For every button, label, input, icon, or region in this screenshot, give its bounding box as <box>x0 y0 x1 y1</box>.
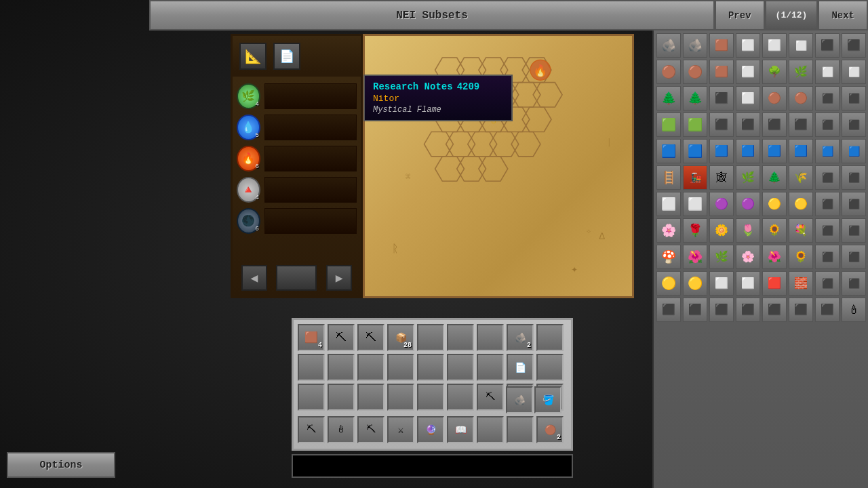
inv-slot[interactable]: ⛏ <box>477 384 504 411</box>
nei-item[interactable]: 🍄 <box>656 245 681 269</box>
inv-slot[interactable] <box>477 354 504 381</box>
inv-slot[interactable] <box>298 384 325 411</box>
inv-slot[interactable] <box>298 354 325 381</box>
nei-item[interactable]: 🟥 <box>762 271 787 296</box>
nei-item[interactable]: ⬜ <box>815 60 840 84</box>
hotbar-slot[interactable]: ⛏ <box>357 416 384 443</box>
search-input[interactable] <box>298 461 566 471</box>
inv-slot[interactable] <box>417 384 444 411</box>
nei-item[interactable]: 🟦 <box>842 139 866 163</box>
hotbar-slot[interactable]: ⚔ <box>387 416 414 443</box>
book-slot[interactable]: 📐 <box>239 43 267 70</box>
nei-item[interactable]: ⬛ <box>842 165 866 190</box>
inv-slot[interactable] <box>536 354 564 381</box>
nei-item[interactable]: 🟩 <box>683 113 707 137</box>
nei-item[interactable]: ⬛ <box>815 218 840 243</box>
nei-item[interactable]: 🟣 <box>736 192 760 216</box>
nei-item[interactable]: 🌿 <box>789 60 813 84</box>
inv-slot[interactable] <box>536 324 564 351</box>
nei-item[interactable]: 🟤 <box>789 86 813 110</box>
nei-item[interactable]: ⬛ <box>709 86 734 110</box>
nei-item[interactable]: ⬛ <box>683 298 707 322</box>
nei-item[interactable]: ⬜ <box>762 33 787 58</box>
nei-item[interactable]: 🟦 <box>762 139 787 163</box>
nei-item[interactable]: ⬜ <box>736 60 760 84</box>
options-button[interactable]: Options <box>7 452 115 478</box>
nei-item[interactable]: 🟡 <box>762 192 787 216</box>
nei-item[interactable]: ⬛ <box>842 271 866 296</box>
prev-button[interactable]: Prev <box>715 0 765 30</box>
nei-item[interactable]: ⬛ <box>789 298 813 322</box>
inv-slot[interactable]: ⛏ <box>357 324 384 351</box>
nei-item[interactable]: ⬛ <box>815 245 840 269</box>
nei-item[interactable]: 🟦 <box>683 139 707 163</box>
inv-slot[interactable] <box>477 324 504 351</box>
inv-slot[interactable] <box>447 324 474 351</box>
next-button[interactable]: Next <box>818 0 868 30</box>
nei-item[interactable]: 🟫 <box>709 60 734 84</box>
hotbar-slot[interactable]: 🕯 <box>328 416 355 443</box>
nei-item[interactable]: 🪜 <box>656 165 681 190</box>
tc-next-arrow[interactable]: ▶ <box>326 265 352 291</box>
nei-item[interactable]: 🪨 <box>656 33 681 58</box>
nei-subsets-label[interactable]: NEI Subsets <box>149 0 715 30</box>
nei-item[interactable]: 🌻 <box>789 245 813 269</box>
nei-item[interactable]: 💐 <box>789 218 813 243</box>
nei-item[interactable]: 🌲 <box>683 86 707 110</box>
nei-item[interactable]: ⬜ <box>683 192 707 216</box>
nei-item[interactable]: ⬛ <box>842 113 866 137</box>
nei-item[interactable]: 🕯 <box>842 298 866 322</box>
nei-item[interactable]: ⬜ <box>842 60 866 84</box>
inv-slot[interactable]: 📄 <box>507 354 534 381</box>
hotbar-slot[interactable]: 🔮 <box>417 416 444 443</box>
nei-item[interactable]: 🌺 <box>762 245 787 269</box>
nei-item[interactable]: 🟡 <box>656 271 681 296</box>
nei-item[interactable]: 🚂 <box>683 165 707 190</box>
inv-slot[interactable] <box>387 354 414 381</box>
nei-item[interactable]: 🟤 <box>656 60 681 84</box>
nei-item[interactable]: 🟫 <box>709 33 734 58</box>
nei-item[interactable]: ⬛ <box>842 192 866 216</box>
aspect-terra-icon[interactable]: 🔺4 <box>237 177 260 203</box>
hotbar-slot[interactable] <box>477 416 504 443</box>
nei-item[interactable]: 🌿 <box>736 165 760 190</box>
nei-item[interactable]: 🌼 <box>709 218 734 243</box>
nei-item[interactable]: 🟦 <box>815 139 840 163</box>
inv-slot[interactable] <box>417 354 444 381</box>
nei-item[interactable]: ⬛ <box>815 86 840 110</box>
nei-item[interactable]: ⬛ <box>815 165 840 190</box>
nei-item[interactable]: 🌸 <box>736 245 760 269</box>
nei-item[interactable]: ⬜ <box>736 86 760 110</box>
nei-item[interactable]: 🌳 <box>762 60 787 84</box>
hotbar-slot[interactable]: 📖 <box>447 416 474 443</box>
nei-item[interactable]: 🟤 <box>762 86 787 110</box>
nei-item[interactable]: ⬛ <box>656 298 681 322</box>
nei-item[interactable]: 🌾 <box>789 165 813 190</box>
inv-slot[interactable]: ⛏ <box>328 324 355 351</box>
nei-item[interactable]: 🌷 <box>736 218 760 243</box>
nei-item[interactable]: ⬛ <box>842 33 866 58</box>
nei-item[interactable]: ⬛ <box>762 298 787 322</box>
nei-item[interactable]: 🟣 <box>709 192 734 216</box>
inv-slot[interactable] <box>417 324 444 351</box>
nei-item[interactable]: 🟦 <box>709 139 734 163</box>
aspect-aqua-icon[interactable]: 💧5 <box>237 115 260 140</box>
hotbar-slot[interactable]: ⛏ <box>298 416 325 443</box>
nei-item[interactable]: 🟦 <box>789 139 813 163</box>
nei-item[interactable]: ⬛ <box>789 113 813 137</box>
nei-item[interactable]: 🌹 <box>683 218 707 243</box>
nei-item[interactable]: ⬛ <box>815 33 840 58</box>
inv-slot-bucket[interactable]: 🪣 <box>534 386 561 413</box>
tc-prev-arrow[interactable]: ◀ <box>241 265 267 291</box>
inv-slot[interactable] <box>447 384 474 411</box>
nei-item[interactable]: ⬛ <box>842 218 866 243</box>
nei-item[interactable]: ⬜ <box>736 33 760 58</box>
nei-item[interactable]: ⬛ <box>842 245 866 269</box>
aspect-ignis-icon[interactable]: 🔥6 <box>237 146 260 171</box>
nei-item[interactable]: 🌺 <box>683 245 707 269</box>
nei-item[interactable]: 🟩 <box>656 113 681 137</box>
nei-item[interactable]: 🌿 <box>709 245 734 269</box>
nei-item[interactable]: 🧱 <box>789 271 813 296</box>
nei-item[interactable]: ⬛ <box>842 86 866 110</box>
inv-slot[interactable] <box>357 354 384 381</box>
